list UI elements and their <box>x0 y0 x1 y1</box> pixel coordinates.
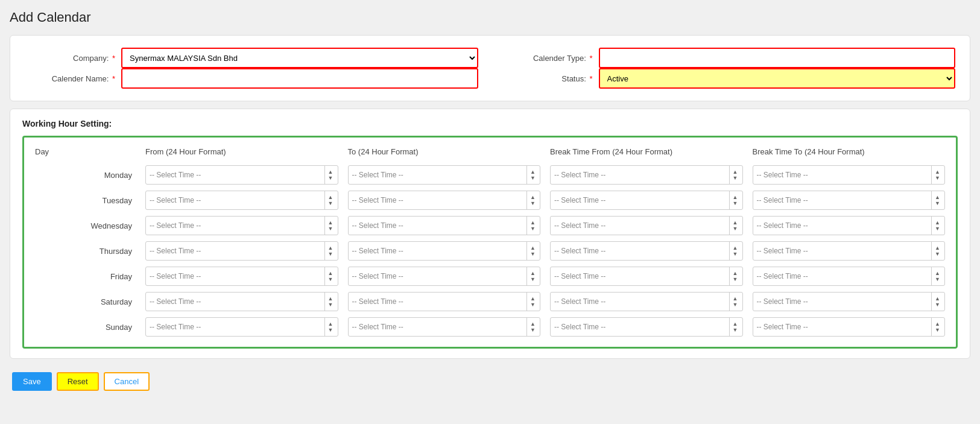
form-row-2: Calender Name: * Status: * Active Inacti… <box>25 68 955 89</box>
spinner-arrows-icon[interactable]: ▲▼ <box>324 242 337 260</box>
time-select-to[interactable]: -- Select Time -- <box>349 191 527 209</box>
time-cell-from: -- Select Time --▲▼ <box>141 314 343 340</box>
buttons-row: Save Reset Cancel <box>10 366 970 397</box>
time-select-from[interactable]: -- Select Time -- <box>146 242 324 260</box>
time-select-from[interactable]: -- Select Time -- <box>146 217 324 235</box>
spinner-arrows-icon[interactable]: ▲▼ <box>324 318 337 336</box>
time-select-from[interactable]: -- Select Time -- <box>146 267 324 285</box>
time-select-from[interactable]: -- Select Time -- <box>146 293 324 311</box>
time-cell-from: -- Select Time --▲▼ <box>141 188 343 213</box>
time-select-break-from[interactable]: -- Select Time -- <box>551 318 729 336</box>
time-select-break-from[interactable]: -- Select Time -- <box>551 267 729 285</box>
spinner-arrows-icon[interactable]: ▲▼ <box>324 217 337 235</box>
working-hour-title: Working Hour Setting: <box>22 119 958 128</box>
company-label: Company: * <box>25 54 121 63</box>
time-select-break-from[interactable]: -- Select Time -- <box>551 191 729 209</box>
cancel-button[interactable]: Cancel <box>104 372 150 391</box>
time-select-to[interactable]: -- Select Time -- <box>349 242 527 260</box>
time-select-wrapper-break-to: -- Select Time --▲▼ <box>753 216 946 235</box>
time-cell-to: -- Select Time --▲▼ <box>343 213 546 238</box>
spinner-arrows-icon[interactable]: ▲▼ <box>931 318 943 336</box>
time-select-to[interactable]: -- Select Time -- <box>349 267 527 285</box>
spinner-arrows-icon[interactable]: ▲▼ <box>526 293 539 311</box>
day-label: Monday <box>30 162 141 188</box>
spinner-arrows-icon[interactable]: ▲▼ <box>729 267 741 285</box>
status-group: Status: * Active Inactive <box>478 68 956 89</box>
time-select-to[interactable]: -- Select Time -- <box>349 217 527 235</box>
calender-name-required: * <box>112 74 115 83</box>
table-row: Saturday-- Select Time --▲▼-- Select Tim… <box>30 289 950 314</box>
table-row: Tuesday-- Select Time --▲▼-- Select Time… <box>30 188 950 213</box>
spinner-arrows-icon[interactable]: ▲▼ <box>526 242 539 260</box>
time-select-break-from[interactable]: -- Select Time -- <box>551 217 729 235</box>
spinner-arrows-icon[interactable]: ▲▼ <box>931 267 943 285</box>
day-label: Thursday <box>30 238 141 264</box>
spinner-arrows-icon[interactable]: ▲▼ <box>729 166 741 184</box>
status-select[interactable]: Active Inactive <box>599 68 956 89</box>
time-select-wrapper-from: -- Select Time --▲▼ <box>145 292 338 311</box>
col-header-to: To (24 Hour Format) <box>343 145 546 162</box>
time-select-to[interactable]: -- Select Time -- <box>349 166 527 184</box>
time-select-break-to[interactable]: -- Select Time -- <box>753 191 932 209</box>
calender-type-label: Calender Type: * <box>502 54 599 63</box>
calender-type-required: * <box>589 54 592 63</box>
spinner-arrows-icon[interactable]: ▲▼ <box>729 191 741 209</box>
time-select-from[interactable]: -- Select Time -- <box>146 191 324 209</box>
spinner-arrows-icon[interactable]: ▲▼ <box>931 242 943 260</box>
time-select-break-from[interactable]: -- Select Time -- <box>551 242 729 260</box>
status-required: * <box>589 74 592 83</box>
time-select-break-to[interactable]: -- Select Time -- <box>753 217 932 235</box>
time-select-break-from[interactable]: -- Select Time -- <box>551 293 729 311</box>
reset-button[interactable]: Reset <box>57 372 99 391</box>
spinner-arrows-icon[interactable]: ▲▼ <box>324 267 337 285</box>
time-select-to[interactable]: -- Select Time -- <box>349 293 527 311</box>
time-select-from[interactable]: -- Select Time -- <box>146 318 324 336</box>
day-label: Wednesday <box>30 213 141 238</box>
table-row: Friday-- Select Time --▲▼-- Select Time … <box>30 264 950 289</box>
time-select-break-to[interactable]: -- Select Time -- <box>753 293 932 311</box>
time-select-wrapper-break-from: -- Select Time --▲▼ <box>550 267 743 286</box>
time-select-to[interactable]: -- Select Time -- <box>349 318 527 336</box>
time-select-wrapper-to: -- Select Time --▲▼ <box>348 317 541 337</box>
day-label: Tuesday <box>30 188 141 213</box>
spinner-arrows-icon[interactable]: ▲▼ <box>931 217 943 235</box>
spinner-arrows-icon[interactable]: ▲▼ <box>931 191 943 209</box>
time-select-wrapper-break-from: -- Select Time --▲▼ <box>550 292 743 311</box>
spinner-arrows-icon[interactable]: ▲▼ <box>526 267 539 285</box>
table-row: Sunday-- Select Time --▲▼-- Select Time … <box>30 314 950 340</box>
spinner-arrows-icon[interactable]: ▲▼ <box>729 293 741 311</box>
spinner-arrows-icon[interactable]: ▲▼ <box>729 318 741 336</box>
spinner-arrows-icon[interactable]: ▲▼ <box>324 191 337 209</box>
spinner-arrows-icon[interactable]: ▲▼ <box>526 318 539 336</box>
save-button[interactable]: Save <box>12 372 52 391</box>
time-select-break-to[interactable]: -- Select Time -- <box>753 166 932 184</box>
time-select-break-from[interactable]: -- Select Time -- <box>551 166 729 184</box>
spinner-arrows-icon[interactable]: ▲▼ <box>526 191 539 209</box>
spinner-arrows-icon[interactable]: ▲▼ <box>526 166 539 184</box>
form-row-1: Company: * Synermax MALAYSIA Sdn Bhd Cal… <box>25 48 955 68</box>
time-cell-from: -- Select Time --▲▼ <box>141 289 343 314</box>
time-select-break-to[interactable]: -- Select Time -- <box>753 242 932 260</box>
time-select-break-to[interactable]: -- Select Time -- <box>753 318 932 336</box>
time-cell-break-from: -- Select Time --▲▼ <box>545 314 748 340</box>
spinner-arrows-icon[interactable]: ▲▼ <box>729 217 741 235</box>
spinner-arrows-icon[interactable]: ▲▼ <box>526 217 539 235</box>
time-select-wrapper-break-from: -- Select Time --▲▼ <box>550 241 743 261</box>
table-row: Thursday-- Select Time --▲▼-- Select Tim… <box>30 238 950 264</box>
company-select[interactable]: Synermax MALAYSIA Sdn Bhd <box>121 48 478 68</box>
time-select-wrapper-break-to: -- Select Time --▲▼ <box>753 317 946 337</box>
spinner-arrows-icon[interactable]: ▲▼ <box>931 293 943 311</box>
time-select-wrapper-to: -- Select Time --▲▼ <box>348 292 541 311</box>
time-select-wrapper-to: -- Select Time --▲▼ <box>348 165 541 185</box>
spinner-arrows-icon[interactable]: ▲▼ <box>324 293 337 311</box>
time-select-break-to[interactable]: -- Select Time -- <box>753 267 932 285</box>
calender-name-input[interactable] <box>121 68 478 89</box>
time-select-from[interactable]: -- Select Time -- <box>146 166 324 184</box>
time-select-wrapper-break-to: -- Select Time --▲▼ <box>753 267 946 286</box>
spinner-arrows-icon[interactable]: ▲▼ <box>324 166 337 184</box>
time-cell-break-from: -- Select Time --▲▼ <box>545 213 748 238</box>
spinner-arrows-icon[interactable]: ▲▼ <box>931 166 943 184</box>
calender-type-input[interactable] <box>599 48 956 68</box>
spinner-arrows-icon[interactable]: ▲▼ <box>729 242 741 260</box>
col-header-break-from: Break Time From (24 Hour Format) <box>545 145 748 162</box>
